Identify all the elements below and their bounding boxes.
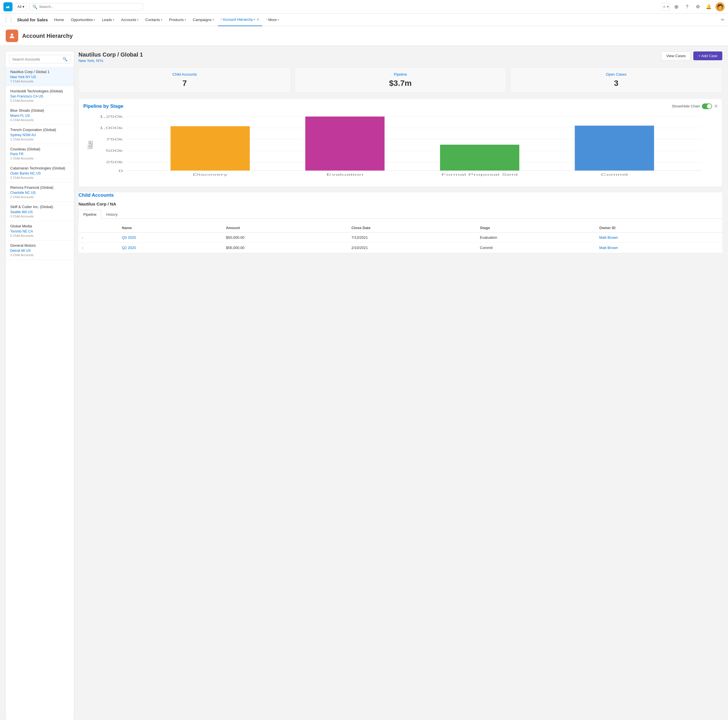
stat-open-cases-label: Open Cases bbox=[515, 72, 717, 76]
detail-account-subtitle: New York, NYs bbox=[78, 58, 143, 63]
row-0-owner: Matt Brown bbox=[596, 232, 722, 243]
row-0-amount: $50,000.00 bbox=[222, 232, 348, 243]
stat-pipeline-label: Pipeline bbox=[299, 72, 502, 76]
stats-row: Child Accounts 7 Pipeline $3.7m Open Cas… bbox=[78, 67, 722, 93]
nav-opportunities[interactable]: Opportunities ▾ bbox=[68, 14, 98, 26]
row-0-expand[interactable]: › bbox=[78, 232, 118, 243]
nav-campaigns[interactable]: Campaigns ▾ bbox=[190, 14, 217, 26]
row-0-name: Q3 2020 bbox=[118, 232, 222, 243]
row-0-name-link[interactable]: Q3 2020 bbox=[122, 235, 136, 239]
nav-accounts[interactable]: Accounts ▾ bbox=[118, 14, 141, 26]
favorites-icon[interactable]: ☆ ▾ bbox=[661, 3, 670, 11]
sidebar-item-location-1: San Francisco CA US bbox=[10, 95, 69, 98]
svg-text:Commit: Commit bbox=[601, 173, 628, 176]
nav-edit-icon[interactable]: ✏ bbox=[721, 17, 725, 23]
sidebar-item-count-2: 6 Child Accounts bbox=[10, 118, 69, 122]
help-icon[interactable]: ? bbox=[683, 3, 691, 11]
sidebar-item-2[interactable]: Blue Shoals (Global) Miami FL US 6 Child… bbox=[6, 105, 74, 125]
sidebar-item-8[interactable]: Global Media Toronto NE CA 5 Child Accou… bbox=[6, 221, 74, 241]
nav-leads[interactable]: Leads ▾ bbox=[99, 14, 117, 26]
sidebar-item-5[interactable]: Catamaran Technologies (Global) Outer Ba… bbox=[6, 163, 74, 183]
sidebar-item-6[interactable]: Remora Financial (Global) Charlotte NC U… bbox=[6, 183, 74, 202]
sidebar-item-location-6: Charlotte NC US bbox=[10, 191, 69, 195]
sidebar-item-count-5: 2 Child Accounts bbox=[10, 176, 69, 179]
sidebar-item-0[interactable]: Nautilus Corp / Global 1 New York NY US … bbox=[6, 67, 74, 86]
app-grid-icon[interactable]: ⋮⋮ bbox=[3, 17, 14, 23]
svg-point-0 bbox=[11, 34, 13, 36]
stat-child-accounts: Child Accounts 7 bbox=[78, 67, 291, 93]
user-avatar[interactable]: 🧑 bbox=[716, 2, 725, 11]
sidebar-item-7[interactable]: Skiff & Cutter Inc. (Global) Seattle WA … bbox=[6, 202, 74, 221]
sidebar-item-1[interactable]: Humboldt Technologies (Global) San Franc… bbox=[6, 86, 74, 105]
sidebar-search-input[interactable] bbox=[12, 57, 61, 61]
nav-home[interactable]: Home bbox=[51, 14, 67, 26]
account-hierarchy-close[interactable]: ✕ bbox=[257, 18, 259, 21]
row-0-stage: Evaluation bbox=[477, 232, 596, 243]
sidebar-item-9[interactable]: General Motors Detroit MI US 3 Child Acc… bbox=[6, 241, 74, 260]
global-search-bar: 🔍 bbox=[29, 3, 143, 11]
nav-active-star: * bbox=[221, 18, 222, 21]
nav-bar: ⋮⋮ Skuid for Sales Home Opportunities ▾ … bbox=[0, 14, 728, 26]
row-0-close-date: 7/13/2021 bbox=[348, 232, 477, 243]
all-label: All bbox=[17, 5, 21, 9]
sidebar-item-count-3: 1 Child Accounts bbox=[10, 137, 69, 141]
tab-pipeline[interactable]: Pipeline bbox=[78, 210, 101, 219]
col-amount: Amount bbox=[222, 223, 348, 232]
sidebar-item-4[interactable]: Cousteau (Global) Paris FR 1 Child Accou… bbox=[6, 144, 74, 163]
sidebar-item-location-8: Toronto NE CA bbox=[10, 229, 69, 233]
row-1-expand[interactable]: › bbox=[78, 243, 118, 253]
app-name: Skuid for Sales bbox=[17, 17, 48, 22]
show-hide-row: Show/Hide Chart ≡ bbox=[672, 103, 717, 109]
svg-text:750k: 750k bbox=[106, 138, 123, 141]
search-input[interactable] bbox=[39, 5, 140, 9]
nav-more[interactable]: * More ▾ bbox=[263, 14, 282, 26]
notifications-icon[interactable]: 🔔 bbox=[705, 3, 713, 11]
child-accounts-section: Child Accounts Nautilus Corp / NA Pipeli… bbox=[78, 192, 722, 253]
svg-text:Discovery: Discovery bbox=[193, 173, 228, 176]
tab-history[interactable]: History bbox=[101, 210, 122, 219]
view-cases-button[interactable]: View Cases bbox=[661, 52, 690, 60]
sidebar-item-count-1: 5 Child Accounts bbox=[10, 99, 69, 102]
row-1-owner: Matt Brown bbox=[596, 243, 722, 253]
main-content: 🔍 Nautilus Corp / Global 1 New York NY U… bbox=[0, 46, 728, 720]
sidebar: 🔍 Nautilus Corp / Global 1 New York NY U… bbox=[6, 52, 74, 720]
bar-formal-proposal bbox=[440, 145, 519, 171]
stat-pipeline: Pipeline $3.7m bbox=[294, 67, 507, 93]
col-name: Name bbox=[118, 223, 222, 232]
row-1-owner-link[interactable]: Matt Brown bbox=[599, 246, 618, 250]
stat-open-cases-value: 3 bbox=[515, 79, 717, 88]
sidebar-item-name-5: Catamaran Technologies (Global) bbox=[10, 166, 69, 171]
child-accounts-tabs: Pipeline History bbox=[78, 210, 722, 219]
nav-contacts[interactable]: Contacts ▾ bbox=[142, 14, 165, 26]
sidebar-item-name-0: Nautilus Corp / Global 1 bbox=[10, 70, 69, 75]
sidebar-item-name-2: Blue Shoals (Global) bbox=[10, 108, 69, 113]
child-accounts-sub-title: Nautilus Corp / NA bbox=[78, 201, 722, 206]
col-close-date: Close Date bbox=[348, 223, 477, 232]
row-1-amount: $56,000.00 bbox=[222, 243, 348, 253]
sidebar-item-location-0: New York NY US bbox=[10, 75, 69, 79]
add-case-button[interactable]: + Add Case bbox=[693, 52, 722, 60]
sidebar-item-count-0: 7 Child Accounts bbox=[10, 79, 69, 83]
row-0-owner-link[interactable]: Matt Brown bbox=[599, 235, 618, 239]
row-1-name-link[interactable]: Q2 2020 bbox=[122, 246, 136, 250]
campaigns-chevron: ▾ bbox=[213, 18, 214, 21]
svg-text:250k: 250k bbox=[106, 160, 123, 164]
bar-evaluation bbox=[306, 116, 385, 171]
add-icon[interactable]: ⊕ bbox=[672, 3, 680, 11]
settings-icon[interactable]: ⚙ bbox=[694, 3, 702, 11]
chart-toggle[interactable] bbox=[702, 104, 712, 109]
chart-menu-icon[interactable]: ≡ bbox=[714, 103, 717, 109]
sidebar-item-location-2: Miami FL US bbox=[10, 114, 69, 118]
more-chevron: ▾ bbox=[278, 18, 279, 21]
stat-child-accounts-label: Child Accounts bbox=[83, 72, 286, 76]
detail-actions: View Cases + Add Case bbox=[661, 52, 722, 60]
all-dropdown[interactable]: All ▾ bbox=[15, 3, 27, 10]
svg-text:1,000k: 1,000k bbox=[99, 127, 123, 130]
nav-account-hierarchy[interactable]: * Account Hierarchy ▾ ✕ bbox=[218, 14, 263, 26]
detail-title-area: Nautilus Corp / Global 1 New York, NYs bbox=[78, 52, 143, 63]
col-expand bbox=[78, 223, 118, 232]
nav-products[interactable]: Products ▾ bbox=[166, 14, 189, 26]
svg-text:Values: Values bbox=[86, 141, 95, 149]
sidebar-item-3[interactable]: Trench Corporation (Global) Sydney NSW A… bbox=[6, 125, 74, 144]
app-logo bbox=[3, 2, 12, 11]
